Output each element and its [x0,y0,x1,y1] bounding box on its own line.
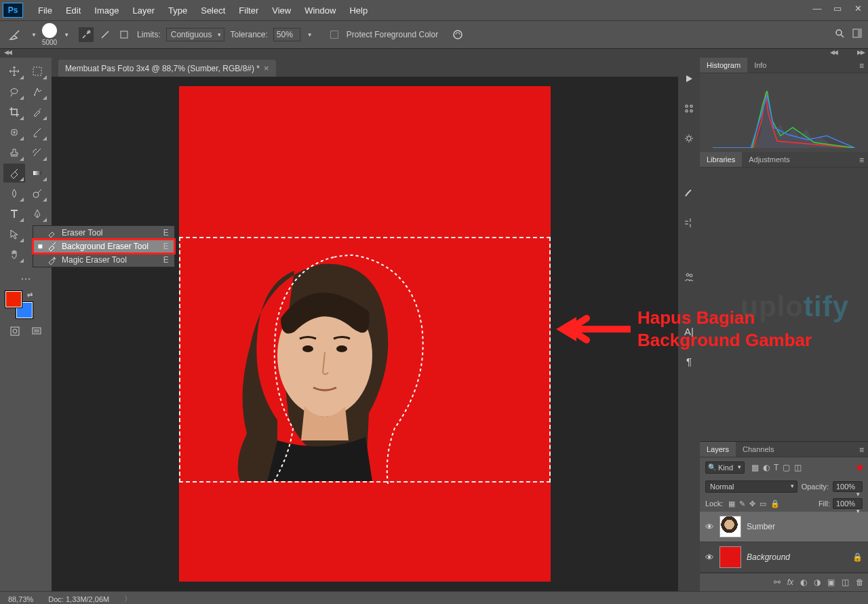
collapse-right-arrows[interactable]: ◀◀ ▶▶ [830,49,864,58]
workspace-icon[interactable] [852,28,863,41]
dock-people-icon[interactable] [682,269,696,284]
current-tool-icon[interactable] [5,25,24,44]
lasso-tool[interactable] [3,82,25,101]
brush-dropdown[interactable]: ▼ [62,32,69,38]
type-tool[interactable] [3,204,25,223]
menu-layer[interactable]: Layer [126,3,162,18]
brush-tool[interactable] [26,123,48,142]
layer-filter-kind[interactable]: Kind [705,461,745,474]
dock-clone-source-icon[interactable] [682,215,696,230]
dodge-tool[interactable] [26,184,48,203]
canvas[interactable] [179,86,551,582]
pen-tool[interactable] [26,204,48,223]
menu-filter[interactable]: Filter [232,3,265,18]
new-layer-icon[interactable]: ◫ [842,578,849,587]
flyout-magic-eraser-tool[interactable]: Magic Eraser Tool E [33,253,174,267]
fill-input[interactable]: 100% [833,498,863,509]
tolerance-dropdown[interactable]: ▼ [306,32,313,38]
flyout-eraser-tool[interactable]: Eraser Tool E [33,226,174,240]
visibility-icon[interactable]: 👁 [705,522,714,532]
edit-toolbar[interactable]: … [15,267,37,286]
color-swatches[interactable]: ⇄ [5,291,33,318]
filter-shape-icon[interactable]: ▢ [783,463,790,472]
tab-adjustments[interactable]: Adjustments [742,152,797,167]
flyout-bg-eraser-tool[interactable]: ■ Background Eraser Tool E [33,240,174,253]
quick-select-tool[interactable] [26,82,48,101]
visibility-icon[interactable]: 👁 [705,552,714,563]
lock-trans-icon[interactable]: ▦ [728,499,735,508]
tab-channels[interactable]: Channels [736,442,781,457]
filter-adjust-icon[interactable]: ◐ [763,463,770,472]
healing-tool[interactable] [3,123,25,142]
canvas-area[interactable] [52,77,678,591]
pressure-icon[interactable] [450,27,465,42]
filter-type-icon[interactable]: T [774,463,778,472]
filter-toggle[interactable] [857,465,863,470]
opacity-input[interactable]: 100% [833,481,863,492]
stamp-tool[interactable] [3,143,25,162]
lock-pos-icon[interactable]: ✥ [749,499,755,508]
brush-preset-picker[interactable]: 5000 [42,23,57,46]
libraries-panel-menu[interactable]: ≡ [859,155,864,165]
window-close[interactable]: ✕ [848,0,868,16]
tab-layers[interactable]: Layers [700,442,736,457]
dock-play-icon[interactable] [682,71,696,86]
sampling-once-icon[interactable] [98,27,113,42]
filter-pixel-icon[interactable]: ▦ [751,463,759,472]
tab-libraries[interactable]: Libraries [700,152,742,167]
history-brush-tool[interactable] [26,143,48,162]
window-restore[interactable]: ▭ [827,0,848,16]
dock-brush-settings-icon[interactable] [682,185,696,200]
gradient-tool[interactable] [26,164,48,183]
link-layers-icon[interactable]: ⚯ [774,578,781,587]
document-tab[interactable]: Membuat Pas Foto 3x4 @ 88,7% (Sumber, RG… [58,60,276,77]
lock-artboard-icon[interactable]: ▭ [760,499,766,508]
menu-select[interactable]: Select [194,3,232,18]
status-caret[interactable]: 〉 [124,594,132,604]
menu-edit[interactable]: Edit [59,3,87,18]
limits-select[interactable]: Contiguous [166,28,225,41]
marquee-tool[interactable] [26,62,48,81]
eraser-tool[interactable] [3,164,25,183]
tab-histogram[interactable]: Histogram [700,58,747,73]
menu-view[interactable]: View [265,3,298,18]
tolerance-input[interactable]: 50% [273,28,300,41]
tool-preset-dropdown[interactable]: ▼ [30,32,37,38]
lock-paint-icon[interactable]: ✎ [739,499,745,508]
filter-smart-icon[interactable]: ◫ [794,463,802,472]
hand-tool[interactable] [3,245,25,264]
menu-help[interactable]: Help [342,3,374,18]
protect-fg-checkbox[interactable] [330,31,338,39]
quick-mask-icon[interactable] [7,324,23,339]
window-minimize[interactable]: — [807,0,827,16]
document-tab-close[interactable]: × [264,63,269,73]
zoom-value[interactable]: 88,73% [8,595,33,603]
histogram-panel-menu[interactable]: ≡ [859,61,864,71]
mask-icon[interactable]: ◐ [800,578,807,587]
move-tool[interactable] [3,62,25,81]
layers-panel-menu[interactable]: ≡ [859,445,864,455]
dock-para-icon[interactable]: ¶ [682,354,696,369]
menu-type[interactable]: Type [161,3,194,18]
swap-colors-icon[interactable]: ⇄ [27,291,33,299]
screen-mode-icon[interactable] [28,324,45,339]
crop-tool[interactable] [3,102,25,121]
fill-adjust-icon[interactable]: ◑ [814,578,821,587]
fg-color-swatch[interactable] [5,291,22,307]
layer-item-sumber[interactable]: 👁 Sumber [700,512,868,542]
tab-info[interactable]: Info [747,58,773,73]
blur-tool[interactable] [3,184,25,203]
sampling-continuous-icon[interactable] [79,27,94,42]
dock-presets-icon[interactable] [682,101,696,116]
lock-all-icon[interactable]: 🔒 [770,499,780,508]
trash-icon[interactable]: 🗑 [856,578,864,587]
menu-image[interactable]: Image [87,3,125,18]
search-icon[interactable] [834,28,845,41]
menu-file[interactable]: File [31,3,59,18]
blend-mode-select[interactable]: Normal [705,480,797,493]
fx-icon[interactable]: fx [787,578,793,587]
collapse-left-arrows[interactable]: ◀◀ [4,49,11,58]
layer-thumb[interactable] [719,546,741,568]
path-select-tool[interactable] [3,225,25,244]
menu-window[interactable]: Window [298,3,342,18]
